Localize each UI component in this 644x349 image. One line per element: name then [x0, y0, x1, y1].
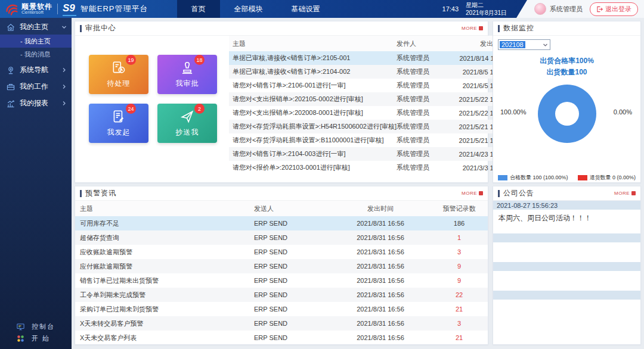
- sidebar-item-system-nav[interactable]: 系统导航: [0, 63, 72, 77]
- table-row[interactable]: 应付账款逾期预警 ERP SEND 2021/8/31 16:56 9: [75, 259, 488, 273]
- table-row[interactable]: 单据已审核,请接收<销售订单>:2104-002 系统管理员 2021/8/5 …: [229, 65, 513, 79]
- table-row[interactable]: 请您对<销售订单>:2106-001进行[一审] 系统管理员 2021/6/5 …: [229, 79, 513, 92]
- cell-time: 2021/8/31 16:56: [330, 220, 431, 227]
- table-row[interactable]: 超储存货查询 ERP SEND 2021/8/31 16:56 1: [75, 230, 488, 245]
- home-icon: [6, 23, 16, 32]
- chevron-right-icon: [61, 67, 67, 73]
- table-row[interactable]: 请您对<销售订单>:2104-003进行[一审] 系统管理员 2021/4/23…: [229, 147, 513, 161]
- panel-header: 审批中心 MORE: [75, 21, 488, 36]
- announcements-panel: 公司公告 MORE 2021-08-27 15:56:23 本周六、周日公司活动…: [493, 186, 641, 345]
- nav-tab-home[interactable]: 首页: [177, 0, 220, 18]
- approval-body: 19 待处理 18 我审批: [75, 36, 488, 182]
- cell-time: 2021/8/31 16:56: [330, 277, 431, 284]
- logout-button[interactable]: 退出登录: [590, 2, 638, 16]
- sidebar-item-label: 我的主页: [20, 22, 48, 32]
- cell-sender: 系统管理员: [397, 81, 451, 90]
- panel-title: 数据监控: [503, 23, 534, 33]
- cell-count: 9: [431, 263, 488, 270]
- title-accent-bar: [498, 25, 500, 32]
- tile-my-approvals[interactable]: 18 我审批: [157, 55, 217, 94]
- count-badge: 24: [126, 104, 136, 114]
- table-row[interactable]: 请您对<存货浮动耗损率设置>:B11000001进行[审核] 系统管理员 202…: [229, 133, 513, 147]
- table-row[interactable]: 请您对<报价单>:202103-0001进行[审核] 系统管理员 2021/3/…: [229, 161, 513, 174]
- cell-subject: 请您对<报价单>:202103-0001进行[审核]: [229, 163, 397, 172]
- cell-sender: 系统管理员: [397, 122, 451, 131]
- announcement-content[interactable]: 本周六、周日公司活动！！！: [493, 210, 640, 233]
- sidebar-subitem-my-home[interactable]: - 我的主页: [0, 35, 72, 48]
- user-avatar[interactable]: [534, 3, 546, 15]
- panel-title: 预警资讯: [85, 188, 116, 198]
- sidebar-subitem-my-messages[interactable]: - 我的消息: [0, 48, 72, 61]
- count-badge: 18: [194, 55, 205, 65]
- count-badge: 2: [194, 104, 205, 114]
- table-row[interactable]: 请您对<支出报销单>:202008-0001进行[审核] 系统管理员 2021/…: [229, 106, 513, 120]
- main-nav: 首页 全部模块 基础设置: [177, 0, 335, 18]
- donut-ring: [538, 85, 596, 143]
- donut-hole: [555, 102, 579, 126]
- cell-subject: 应收账款逾期预警: [75, 248, 254, 257]
- date-block: 星期二 2021年8月31日: [466, 1, 507, 17]
- cell-count: 186: [431, 220, 488, 227]
- cell-count: 3: [431, 320, 488, 327]
- more-link[interactable]: MORE: [462, 191, 483, 196]
- table-row[interactable]: 请您对<支出报销单>:202105-0002进行[审核] 系统管理员 2021/…: [229, 92, 513, 106]
- col-sender: 发送人: [254, 204, 330, 213]
- announcement-content[interactable]: [493, 271, 640, 291]
- sidebar-item-my-reports[interactable]: 我的报表: [0, 96, 72, 111]
- cell-sender: ERP SEND: [254, 334, 330, 341]
- legend-item-returned: 退货数量 0 (0.00%): [578, 174, 636, 182]
- announcement-content[interactable]: [493, 242, 640, 262]
- header-divider: [57, 4, 58, 14]
- table-row[interactable]: 可用库存不足 ERP SEND 2021/8/31 16:56 186: [75, 216, 488, 230]
- map-pin-icon: [6, 66, 16, 75]
- legend-label: 退货数量 0 (0.00%): [590, 174, 636, 182]
- table-row[interactable]: 请您对<存货浮动耗损率设置>:H54R15006002进行[审核] 系统管理员 …: [229, 120, 513, 133]
- table-row[interactable]: X天未交易客户列表 ERP SEND 2021/8/31 16:56 21: [75, 331, 488, 345]
- tile-cc-to-me[interactable]: 2 抄送我: [157, 104, 217, 143]
- legend-swatch-red: [578, 175, 587, 180]
- chevron-down-icon: [543, 42, 548, 48]
- cell-subject: 单据已审核,请接收<销售订单>:2104-002: [229, 67, 397, 76]
- table-row[interactable]: 单据已审核,请接收<销售订单>:2105-001 系统管理员 2021/8/14…: [229, 51, 513, 65]
- chart-legend: 合格数量 100 (100.00%) 退货数量 0 (0.00%): [493, 174, 640, 182]
- period-select[interactable]: 202108: [498, 39, 550, 50]
- more-link[interactable]: MORE: [614, 191, 636, 196]
- tile-initiated-by-me[interactable]: 24 我发起: [89, 104, 148, 143]
- sidebar: 我的主页 - 我的主页 - 我的消息 系统导航 我的工作: [0, 18, 72, 349]
- cell-count: 21: [431, 334, 488, 341]
- cell-subject: 可用库存不足: [75, 219, 254, 228]
- announcement-content[interactable]: [493, 300, 640, 344]
- sidebar-item-label: 系统导航: [20, 65, 48, 75]
- table-row[interactable]: 采购订单已过期未到货预警 ERP SEND 2021/8/31 16:56 21: [75, 302, 488, 316]
- sidebar-item-my-home[interactable]: 我的主页: [0, 20, 72, 35]
- more-icon: [631, 191, 636, 195]
- cell-subject: X天未交易客户列表: [75, 334, 254, 342]
- cell-time: 2021/8/31 16:56: [330, 291, 431, 298]
- cell-sender: 系统管理员: [397, 136, 451, 145]
- count-badge: 19: [126, 55, 136, 65]
- table-row[interactable]: X天未转交易客户预警 ERP SEND 2021/8/31 16:56 3: [75, 316, 488, 331]
- cell-sender: ERP SEND: [254, 220, 330, 227]
- cell-count: 1: [431, 234, 488, 241]
- cell-sender: ERP SEND: [254, 263, 330, 270]
- weekday-label: 星期二: [466, 1, 507, 10]
- approval-table: 主题 发件人 发出时间 单据已审核,请接收<销售订单>:2105-001 系统管…: [229, 36, 519, 182]
- more-link[interactable]: MORE: [462, 26, 483, 31]
- table-header-row: 主题 发送人 发出时间 预警记录数: [75, 201, 488, 216]
- start-button[interactable]: 开 始: [0, 332, 72, 344]
- cell-time: 2021/8/31 16:56: [330, 334, 431, 341]
- start-label: 开 始: [32, 334, 50, 343]
- announcement-date: [493, 233, 640, 242]
- col-sender: 发件人: [397, 39, 451, 48]
- table-row[interactable]: 销售订单已过期未出货预警 ERP SEND 2021/8/31 16:56 9: [75, 273, 488, 288]
- sidebar-item-my-work[interactable]: 我的工作: [0, 79, 72, 94]
- table-row[interactable]: 应收账款逾期预警 ERP SEND 2021/8/31 16:56 3: [75, 245, 488, 259]
- donut-right-label: 0.00%: [614, 108, 632, 116]
- nav-tab-all-modules[interactable]: 全部模块: [220, 0, 277, 18]
- table-row[interactable]: 工令单到期未完成预警 ERP SEND 2021/8/31 16:56 22: [75, 288, 488, 302]
- product-logo-s9: S9: [63, 2, 76, 16]
- chart-title-line2: 出货数量100: [493, 67, 640, 78]
- tile-pending[interactable]: 19 待处理: [89, 55, 148, 94]
- nav-tab-basic-settings[interactable]: 基础设置: [277, 0, 335, 18]
- console-button[interactable]: 控制台: [0, 320, 72, 332]
